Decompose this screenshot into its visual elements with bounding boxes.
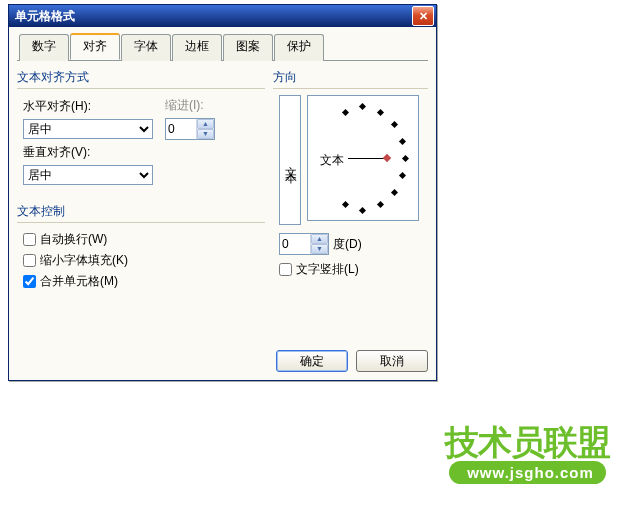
degree-input[interactable] (280, 234, 310, 254)
cancel-button[interactable]: 取消 (356, 350, 428, 372)
dial-dot (377, 201, 384, 208)
dial-text-label: 文本 (320, 152, 344, 169)
shrink-to-fit-checkbox[interactable] (23, 254, 36, 267)
titlebar: 单元格格式 ✕ (9, 5, 436, 27)
tab-font[interactable]: 字体 (121, 34, 171, 61)
text-alignment-title: 文本对齐方式 (17, 69, 265, 86)
ok-button[interactable]: 确定 (276, 350, 348, 372)
dialog-body: 数字 对齐 字体 边框 图案 保护 文本对齐方式 水平对齐(H): (9, 27, 436, 380)
dial-dot (377, 109, 384, 116)
text-control-group: 文本控制 自动换行(W) 缩小字体填充(K) 合并单元格(M) (17, 203, 265, 298)
orientation-group: 方向 文本 文本 (273, 69, 428, 288)
vertical-text-button[interactable]: 文本 (279, 95, 301, 225)
tab-border[interactable]: 边框 (172, 34, 222, 61)
degree-spinner[interactable]: ▲ ▼ (279, 233, 329, 255)
close-button[interactable]: ✕ (412, 6, 434, 26)
dial-dot (342, 109, 349, 116)
dial-dot (399, 172, 406, 179)
orientation-dial[interactable]: 文本 (307, 95, 419, 221)
v-align-label: 垂直对齐(V): (23, 144, 90, 161)
wrap-text-checkbox[interactable] (23, 233, 36, 246)
dial-dot (359, 207, 366, 214)
dial-dot (402, 155, 409, 162)
dial-dot (399, 138, 406, 145)
tab-alignment[interactable]: 对齐 (70, 33, 120, 60)
dial-dot (391, 189, 398, 196)
dial-dot (391, 121, 398, 128)
text-control-title: 文本控制 (17, 203, 265, 220)
dial-dot (342, 201, 349, 208)
dial-dot (359, 103, 366, 110)
vertical-stack-label: 文字竖排(L) (296, 261, 359, 278)
indent-up-icon[interactable]: ▲ (197, 119, 214, 129)
watermark-url: www.jsgho.com (449, 461, 606, 484)
tab-number[interactable]: 数字 (19, 34, 69, 61)
shrink-to-fit-label: 缩小字体填充(K) (40, 252, 128, 269)
merge-cells-label: 合并单元格(M) (40, 273, 118, 290)
wrap-text-label: 自动换行(W) (40, 231, 107, 248)
format-cells-dialog: 单元格格式 ✕ 数字 对齐 字体 边框 图案 保护 文本对齐方式 (8, 4, 437, 381)
indent-input[interactable] (166, 119, 196, 139)
degree-label: 度(D) (333, 236, 362, 253)
watermark-title: 技术员联盟 (445, 425, 610, 459)
tab-strip: 数字 对齐 字体 边框 图案 保护 (17, 33, 428, 61)
indent-spinner[interactable]: ▲ ▼ (165, 118, 215, 140)
dialog-title: 单元格格式 (15, 8, 75, 25)
orientation-title: 方向 (273, 69, 428, 86)
tab-patterns[interactable]: 图案 (223, 34, 273, 61)
degree-up-icon[interactable]: ▲ (311, 234, 328, 244)
text-alignment-group: 文本对齐方式 水平对齐(H): 居中 (17, 69, 265, 193)
watermark-logo: 技术员联盟 www.jsgho.com (445, 425, 610, 484)
degree-down-icon[interactable]: ▼ (311, 244, 328, 254)
indent-down-icon[interactable]: ▼ (197, 129, 214, 139)
dialog-buttons: 确定 取消 (17, 350, 428, 372)
h-align-select[interactable]: 居中 (23, 119, 153, 139)
merge-cells-checkbox[interactable] (23, 275, 36, 288)
indent-label: 缩进(I): (165, 97, 204, 114)
dial-end-icon (383, 154, 391, 162)
v-align-select[interactable]: 居中 (23, 165, 153, 185)
tab-protection[interactable]: 保护 (274, 34, 324, 61)
h-align-label: 水平对齐(H): (23, 98, 91, 115)
dial-pointer (348, 158, 384, 159)
close-icon: ✕ (419, 10, 428, 23)
vertical-stack-checkbox[interactable] (279, 263, 292, 276)
